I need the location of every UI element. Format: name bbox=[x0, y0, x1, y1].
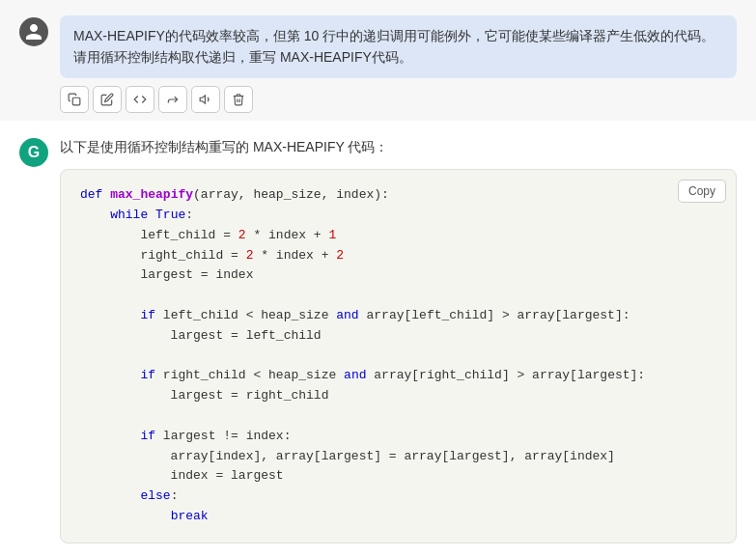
ai-intro-text: 以下是使用循环控制结构重写的 MAX-HEAPIFY 代码： bbox=[60, 139, 388, 154]
chat-container: MAX-HEAPIFY的代码效率较高，但第 10 行中的递归调用可能例外，它可能… bbox=[0, 0, 756, 557]
edit-icon bbox=[100, 93, 114, 106]
delete-icon bbox=[232, 93, 245, 106]
ai-content: 以下是使用循环控制结构重写的 MAX-HEAPIFY 代码： Copy def … bbox=[60, 136, 737, 557]
copy-icon bbox=[68, 93, 81, 106]
user-icon bbox=[24, 22, 43, 42]
audio-icon bbox=[199, 93, 212, 106]
code-icon bbox=[133, 93, 147, 106]
ai-message: G 以下是使用循环控制结构重写的 MAX-HEAPIFY 代码： Copy de… bbox=[0, 121, 756, 557]
user-text: MAX-HEAPIFY的代码效率较高，但第 10 行中的递归调用可能例外，它可能… bbox=[60, 15, 737, 78]
user-actions bbox=[60, 86, 737, 113]
code-block-wrapper: Copy def max_heapify(array, heap_size, i… bbox=[60, 169, 737, 543]
code-copy-button[interactable]: Copy bbox=[678, 180, 726, 203]
ai-avatar-letter: G bbox=[28, 144, 40, 161]
edit-button[interactable] bbox=[93, 86, 122, 113]
user-message: MAX-HEAPIFY的代码效率较高，但第 10 行中的递归调用可能例外，它可能… bbox=[0, 0, 756, 121]
svg-rect-0 bbox=[72, 97, 80, 105]
ai-intro: 以下是使用循环控制结构重写的 MAX-HEAPIFY 代码： bbox=[60, 136, 737, 157]
audio-button[interactable] bbox=[191, 86, 220, 113]
user-content: MAX-HEAPIFY的代码效率较高，但第 10 行中的递归调用可能例外，它可能… bbox=[60, 15, 737, 113]
forward-icon bbox=[166, 93, 180, 106]
svg-marker-1 bbox=[200, 96, 205, 103]
code-content: def max_heapify(array, heap_size, index)… bbox=[61, 170, 736, 543]
ai-avatar: G bbox=[19, 138, 48, 167]
forward-button[interactable] bbox=[158, 86, 187, 113]
delete-button[interactable] bbox=[224, 86, 253, 113]
code-button[interactable] bbox=[126, 86, 154, 113]
user-avatar bbox=[19, 17, 48, 46]
copy-button[interactable] bbox=[60, 86, 89, 113]
